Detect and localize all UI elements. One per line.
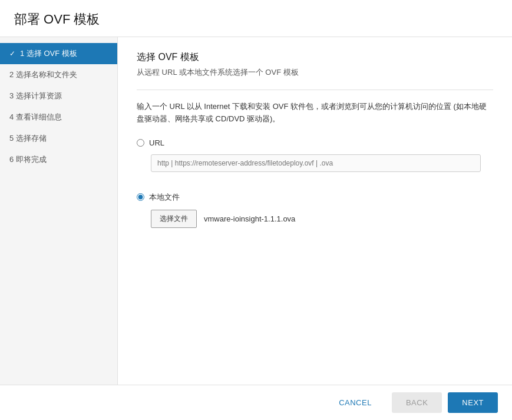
title-bar: 部署 OVF 模板 — [0, 0, 512, 37]
sidebar-item-label-5: 5 选择存储 — [9, 133, 47, 144]
url-option-group: URL — [137, 138, 493, 181]
sidebar-item-label-1: 1 选择 OVF 模板 — [20, 48, 77, 59]
sidebar-item-step3: 3 选择计算资源 — [0, 85, 117, 107]
divider — [137, 90, 493, 90]
check-icon: ✓ — [9, 49, 15, 58]
url-input[interactable] — [151, 154, 481, 172]
sidebar-item-step4: 4 查看详细信息 — [0, 107, 117, 128]
local-file-option-group: 本地文件 选择文件 vmware-ioinsight-1.1.1.ova — [137, 192, 493, 228]
sidebar-item-step1[interactable]: ✓ 1 选择 OVF 模板 — [0, 43, 117, 64]
sidebar-item-step2: 2 选择名称和文件夹 — [0, 64, 117, 85]
local-file-row: 选择文件 vmware-ioinsight-1.1.1.ova — [151, 210, 493, 228]
sidebar-item-label-6: 6 即将完成 — [9, 154, 47, 165]
cancel-button[interactable]: CANCEL — [325, 392, 386, 413]
section-subtitle: 从远程 URL 或本地文件系统选择一个 OVF 模板 — [137, 67, 493, 78]
page-title: 部署 OVF 模板 — [14, 11, 498, 28]
url-radio-input[interactable] — [137, 139, 144, 147]
back-button[interactable]: BACK — [392, 392, 442, 413]
sidebar-item-label-2: 2 选择名称和文件夹 — [9, 70, 77, 80]
next-button[interactable]: NEXT — [448, 392, 498, 413]
sidebar-item-step6: 6 即将完成 — [0, 149, 117, 170]
content-area: 选择 OVF 模板 从远程 URL 或本地文件系统选择一个 OVF 模板 输入一… — [118, 37, 512, 385]
sidebar-item-step5: 5 选择存储 — [0, 128, 117, 149]
section-title: 选择 OVF 模板 — [137, 51, 493, 64]
choose-file-button[interactable]: 选择文件 — [151, 210, 197, 228]
description-text: 输入一个 URL 以从 Internet 下载和安装 OVF 软件包，或者浏览到… — [137, 101, 493, 125]
footer: CANCEL BACK NEXT — [0, 385, 512, 420]
local-file-radio-option[interactable]: 本地文件 — [137, 192, 493, 203]
url-radio-option[interactable]: URL — [137, 138, 493, 147]
local-file-radio-label: 本地文件 — [149, 192, 180, 203]
sidebar: ✓ 1 选择 OVF 模板 2 选择名称和文件夹 3 选择计算资源 4 查看详细… — [0, 37, 118, 385]
selected-file-name: vmware-ioinsight-1.1.1.ova — [204, 214, 295, 223]
local-file-radio-input[interactable] — [137, 193, 144, 201]
sidebar-item-label-4: 4 查看详细信息 — [9, 112, 62, 123]
sidebar-item-label-3: 3 选择计算资源 — [9, 91, 62, 101]
url-radio-label: URL — [149, 138, 164, 147]
main-container: ✓ 1 选择 OVF 模板 2 选择名称和文件夹 3 选择计算资源 4 查看详细… — [0, 37, 512, 385]
